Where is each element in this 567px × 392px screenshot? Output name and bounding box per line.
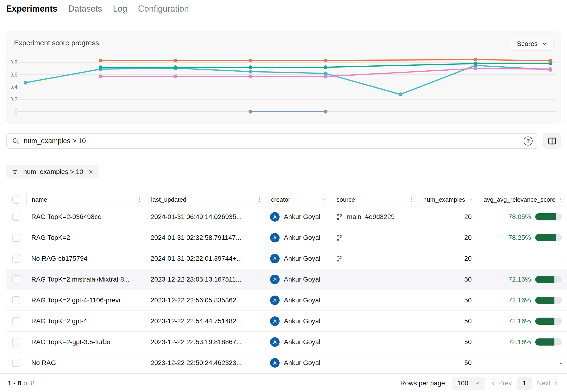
help-icon[interactable]: ? [523,137,533,145]
page-size-select[interactable]: 100 [452,377,485,390]
search-input[interactable]: num_examples > 10 ? [6,133,538,149]
num-examples-value: 50 [418,352,478,373]
top-nav: Experiments Datasets Log Configuration [0,0,567,15]
row-checkbox[interactable] [12,317,20,325]
creator-name: Ankur Goyal [284,359,320,367]
kebab-menu-icon[interactable] [469,197,475,202]
next-label: Next [537,379,551,387]
table-row[interactable]: RAG TopK=2 mistralai/Mixtral-8... 2023-1… [6,269,567,290]
kebab-menu-icon[interactable] [137,197,142,202]
table-row[interactable]: RAG TopK=2 gpt-4-1106-previ... 2023-12-2… [6,290,567,311]
kebab-menu-icon[interactable] [322,197,328,202]
creator-name: Ankur Goyal [284,276,320,283]
svg-text:0: 0 [15,108,17,115]
creator-name: Ankur Goyal [284,296,320,304]
filter-chip-row: num_examples > 10 [6,165,561,179]
experiment-name[interactable]: RAG TopK=2-036498cc [26,206,145,227]
score-bar-fill [535,297,554,304]
avatar: A [270,275,280,284]
select-all-checkbox[interactable] [12,196,20,204]
filter-chip-label: num_examples > 10 [23,168,83,176]
header-avg-relevance-score[interactable]: avg_avg_relevance_score [478,193,567,206]
table-row[interactable]: RAG TopK=2-036498cc 2024-01-31 06:49:14.… [6,206,567,227]
score-percent: 72.16% [509,276,531,283]
panel-title: Experiment score progress [14,39,99,47]
header-name[interactable]: name [26,193,145,206]
close-icon[interactable] [88,169,94,175]
row-checkbox[interactable] [12,275,20,283]
table-row[interactable]: RAG TopK=2 gpt-4 2023-12-22 22:54:44.751… [6,311,567,332]
kebab-menu-icon[interactable] [409,197,415,202]
experiment-name[interactable]: No RAG-cb175794 [26,248,145,269]
header-name-label: name [32,196,47,203]
avatar: A [270,358,280,368]
last-updated-value: 2023-12-22 23:05:13.167511... [145,269,265,290]
git-branch-icon [336,234,343,241]
header-num-examples-label: num_examples [423,196,465,203]
row-checkbox[interactable] [12,359,20,367]
row-total: of 8 [24,379,35,387]
experiment-name[interactable]: RAG TopK=2 mistralai/Mixtral-8... [26,269,145,290]
experiment-name[interactable]: RAG TopK=2 gpt-4-1106-previ... [26,290,145,310]
row-checkbox-cell [6,352,26,373]
split-columns-icon [547,136,557,146]
source-cell [331,311,418,331]
row-checkbox[interactable] [12,234,20,242]
kebab-menu-icon[interactable] [257,197,262,202]
score-wrap: 78.25% [509,234,562,241]
table-row[interactable]: No RAG 2023-12-22 22:50:24.462323... A A… [6,352,567,373]
table-row[interactable]: No RAG-cb175794 2024-01-31 02:22:01.3974… [6,248,567,269]
score-bar-fill [535,213,556,220]
header-creator[interactable]: creator [266,193,331,206]
source-cell: main #e9d8229 [331,206,418,227]
prev-page-button[interactable]: Prev [491,379,512,387]
row-checkbox-cell [6,290,26,310]
columns-toggle-button[interactable] [543,133,561,149]
row-checkbox-cell [6,206,26,227]
header-last-updated[interactable]: last_updated [145,193,266,206]
next-page-button[interactable]: Next [537,379,558,387]
score-cell: 78.25% [478,227,567,248]
table-footer: 1 - 8 of 8 Rows per page: 100 Prev 1 Nex… [0,373,567,392]
creator-cell: A Ankur Goyal [265,332,331,352]
experiment-name[interactable]: No RAG [26,352,145,373]
svg-text:0.6: 0.6 [11,71,17,78]
experiment-name[interactable]: RAG TopK=2 gpt-4 [26,311,145,331]
score-cell: 72.16% [478,332,567,352]
score-bar [535,338,562,346]
score-bar [535,276,562,283]
search-query-text: num_examples > 10 [24,137,86,145]
tab-log[interactable]: Log [113,4,127,14]
last-updated-value: 2024-01-31 02:22:01.39744+... [145,248,265,269]
page-size-value: 100 [457,379,468,387]
scores-dropdown-button[interactable]: Scores [511,37,553,51]
creator-cell: A Ankur Goyal [265,269,331,290]
last-updated-value: 2024-01-31 06:49:14.026935... [145,206,265,227]
score-wrap: 72.16% [509,338,562,346]
avatar: A [270,337,280,347]
filter-chip[interactable]: num_examples > 10 [6,165,99,179]
experiment-name[interactable]: RAG TopK=2 [26,227,145,248]
row-checkbox[interactable] [12,296,20,304]
table-row[interactable]: RAG TopK=2-gpt-3.5-turbo 2023-12-22 22:5… [6,332,567,352]
row-checkbox[interactable] [12,254,20,263]
current-page-button[interactable]: 1 [517,377,532,390]
row-checkbox-cell [6,248,26,269]
tab-configuration[interactable]: Configuration [138,4,189,14]
tab-datasets[interactable]: Datasets [68,4,102,14]
header-source[interactable]: source [331,193,418,206]
last-updated-value: 2023-12-22 22:53:19.818867... [145,332,265,352]
kebab-menu-icon[interactable] [558,197,564,202]
table-row[interactable]: RAG TopK=2 2024-01-31 02:32:58.791147...… [6,227,567,248]
score-wrap: 72.16% [509,296,562,304]
avatar: A [270,254,280,263]
score-wrap: 72.16% [509,276,562,283]
tab-experiments[interactable]: Experiments [6,4,57,14]
header-num-examples[interactable]: num_examples [418,193,478,206]
row-checkbox[interactable] [12,338,20,346]
source-cell [331,269,418,290]
table-body: RAG TopK=2-036498cc 2024-01-31 06:49:14.… [6,206,567,373]
row-checkbox[interactable] [12,213,20,221]
filter-icon [11,168,18,175]
experiment-name[interactable]: RAG TopK=2-gpt-3.5-turbo [26,332,145,352]
